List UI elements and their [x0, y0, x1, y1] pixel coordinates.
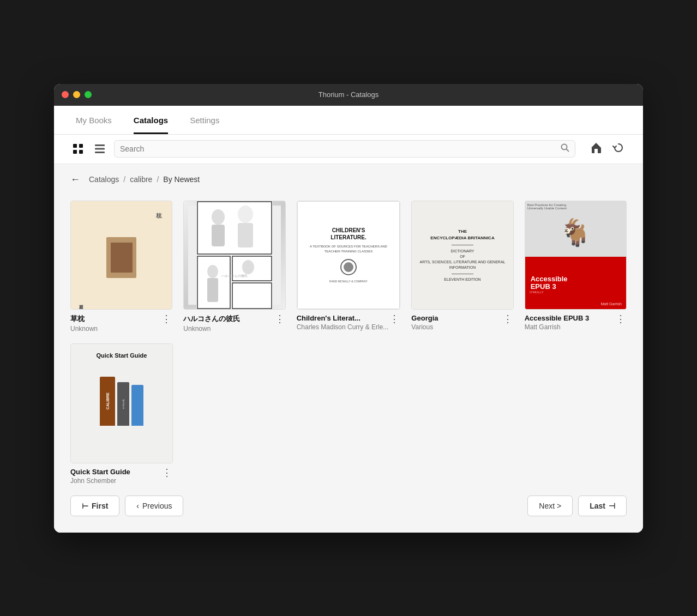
toolbar-actions — [587, 140, 627, 158]
breadcrumb-catalogs[interactable]: Catalogs — [89, 175, 119, 184]
refresh-button[interactable] — [610, 140, 627, 158]
book-text: Accessible EPUB 3 Matt Garrish — [525, 314, 615, 331]
book-cover-georgia[interactable]: THEENCYCLOPÆDIA BRITANNICA DICTIONARYOFA… — [411, 201, 513, 310]
book-info: Children's Literat... Charles Madison Cu… — [297, 314, 401, 331]
svg-rect-6 — [95, 152, 105, 153]
first-icon: ⊢ — [82, 502, 88, 510]
svg-rect-16 — [212, 225, 225, 246]
book-item-haruko: ハルコさんの彼氏 ハルコさんの彼氏 Unknown ⋮ — [183, 201, 285, 333]
svg-rect-14 — [232, 283, 272, 309]
book-menu-button[interactable]: ⋮ — [161, 468, 173, 478]
book-title: Accessible EPUB 3 — [525, 314, 615, 322]
book-cover-wrapper: CHILDREN'SLITERATURE. A TEXTBOOK OF SOUR… — [297, 201, 401, 310]
svg-point-15 — [212, 209, 225, 225]
search-container — [114, 140, 575, 158]
titlebar: Thorium - Catalogs — [54, 84, 643, 106]
book-text: Quick Start Guide John Schember — [70, 468, 161, 485]
book-menu-button[interactable]: ⋮ — [615, 314, 627, 324]
book-menu-button[interactable]: ⋮ — [274, 314, 286, 324]
window-title: Thorium - Catalogs — [319, 90, 379, 99]
svg-rect-20 — [207, 278, 218, 302]
book-cover-children[interactable]: CHILDREN'SLITERATURE. A TEXTBOOK OF SOUR… — [297, 201, 401, 310]
svg-rect-3 — [79, 150, 83, 154]
book-menu-button[interactable]: ⋮ — [502, 314, 514, 324]
toolbar — [54, 135, 643, 164]
book-menu-button[interactable]: ⋮ — [388, 314, 400, 324]
book-cover-wrapper: 草枕 夏目漱石 — [70, 201, 172, 310]
book-title: 草枕 — [70, 314, 160, 324]
book-author: Unknown — [70, 325, 160, 333]
breadcrumb-current: By Newest — [163, 175, 200, 184]
next-button[interactable]: Next > — [527, 496, 573, 516]
back-button[interactable]: ← — [70, 173, 85, 186]
svg-rect-1 — [79, 144, 83, 148]
svg-point-19 — [207, 265, 218, 278]
book-text: Children's Literat... Charles Madison Cu… — [297, 314, 389, 331]
breadcrumb-calibre[interactable]: calibre — [130, 175, 152, 184]
book-text: ハルコさんの彼氏 Unknown — [183, 314, 273, 333]
book-author: Various — [411, 323, 501, 331]
last-icon: ⊣ — [609, 502, 615, 510]
svg-rect-4 — [95, 144, 105, 146]
book-info: Quick Start Guide John Schember ⋮ — [70, 468, 173, 485]
minimize-button[interactable] — [73, 91, 80, 98]
maximize-button[interactable] — [85, 91, 92, 98]
book-author: Matt Garrish — [525, 323, 615, 331]
books-grid-row2: Quick Start Guide CALIBRE e-book — [70, 343, 627, 485]
search-icon-button[interactable] — [561, 143, 569, 154]
book-item-epub3: 🐐 AccessibleEPUB 3 Matt Garrish Best Pra… — [525, 201, 627, 333]
book-info: 草枕 Unknown ⋮ — [70, 314, 172, 333]
book-author: Charles Madison Curry & Erle... — [297, 323, 389, 331]
nav-settings[interactable]: Settings — [190, 106, 219, 134]
book-title: Georgia — [411, 314, 501, 322]
svg-text:ハルコさんの彼氏: ハルコさんの彼氏 — [221, 274, 248, 277]
manga-art: ハルコさんの彼氏 — [184, 201, 285, 309]
book-cover-kusamakura[interactable]: 草枕 夏目漱石 — [70, 201, 172, 310]
content-area: 草枕 夏目漱石 草枕 Unknown ⋮ — [54, 195, 643, 533]
book-info: Accessible EPUB 3 Matt Garrish ⋮ — [525, 314, 627, 331]
book-text: 草枕 Unknown — [70, 314, 160, 333]
book-cover-wrapper: ハルコさんの彼氏 — [183, 201, 285, 310]
grid-view-button[interactable] — [70, 141, 86, 156]
book-author: John Schember — [70, 477, 161, 485]
nav-my-books[interactable]: My Books — [76, 106, 112, 134]
first-button[interactable]: ⊢ First — [70, 496, 119, 516]
breadcrumb-sep-1: / — [123, 175, 125, 184]
svg-line-8 — [567, 149, 569, 152]
svg-rect-2 — [73, 150, 77, 154]
list-view-button[interactable] — [92, 141, 107, 156]
breadcrumb-bar: ← Catalogs / calibre / By Newest — [54, 164, 643, 195]
book-menu-button[interactable]: ⋮ — [160, 314, 172, 324]
previous-label: Previous — [142, 502, 172, 510]
book-item-children: CHILDREN'SLITERATURE. A TEXTBOOK OF SOUR… — [297, 201, 401, 333]
svg-rect-9 — [594, 149, 598, 153]
last-button[interactable]: Last ⊣ — [578, 496, 627, 516]
book-cover-haruko[interactable]: ハルコさんの彼氏 — [183, 201, 285, 310]
svg-rect-5 — [95, 148, 105, 150]
book-cover-quickstart[interactable]: Quick Start Guide CALIBRE e-book — [70, 343, 173, 463]
book-cover-wrapper: Quick Start Guide CALIBRE e-book — [70, 343, 173, 463]
prev-icon: ‹ — [136, 502, 139, 510]
search-input[interactable] — [120, 144, 561, 153]
book-text: Georgia Various — [411, 314, 501, 331]
book-item-quickstart: Quick Start Guide CALIBRE e-book — [70, 343, 173, 485]
home-button[interactable] — [587, 140, 605, 158]
first-label: First — [92, 502, 108, 510]
book-cover-wrapper: THEENCYCLOPÆDIA BRITANNICA DICTIONARYOFA… — [411, 201, 513, 310]
app-window: Thorium - Catalogs My Books Catalogs Set… — [54, 84, 643, 533]
last-label: Last — [590, 502, 605, 510]
book-info: ハルコさんの彼氏 Unknown ⋮ — [183, 314, 285, 333]
book-item-georgia: THEENCYCLOPÆDIA BRITANNICA DICTIONARYOFA… — [411, 201, 513, 333]
book-cover-epub3[interactable]: 🐐 AccessibleEPUB 3 Matt Garrish Best Pra… — [525, 201, 627, 310]
page-btns-right: Next > Last ⊣ — [527, 496, 627, 516]
svg-point-17 — [238, 206, 253, 223]
book-title: Children's Literat... — [297, 314, 389, 322]
close-button[interactable] — [62, 91, 69, 98]
svg-rect-18 — [238, 223, 253, 247]
breadcrumb-sep-2: / — [157, 175, 159, 184]
previous-button[interactable]: ‹ Previous — [125, 496, 183, 516]
page-btns-left: ⊢ First ‹ Previous — [70, 496, 183, 516]
nav-bar: My Books Catalogs Settings — [54, 106, 643, 135]
nav-catalogs[interactable]: Catalogs — [134, 106, 168, 134]
svg-point-21 — [242, 260, 254, 274]
